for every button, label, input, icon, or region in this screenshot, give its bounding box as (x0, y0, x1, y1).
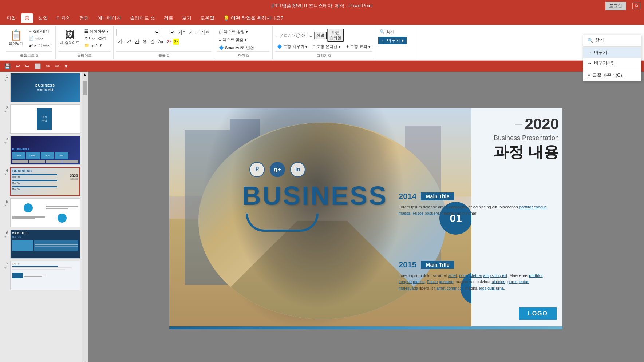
font-color-button[interactable]: 가 (165, 39, 172, 45)
shadow-button[interactable]: S (142, 39, 148, 45)
section-year-2015: 2015 (399, 260, 416, 270)
cut-button[interactable]: ✂ 잘라내기 (27, 28, 52, 35)
slide-thumb-6[interactable]: 6 ★ MAIN TITLE 정보 구성 (1, 230, 80, 259)
font-increase-button[interactable]: 가↑ (176, 29, 187, 36)
link-lectus-2[interactable]: lectus (519, 279, 529, 284)
more-button[interactable]: ▾ (63, 63, 69, 70)
menu-slideshow[interactable]: 슬라이드 쇼 (126, 13, 159, 23)
link-purus-2[interactable]: purus (507, 279, 518, 284)
format-copy-button[interactable]: 🖌 서식 복사 (27, 42, 52, 48)
link-congue-2[interactable]: congue (399, 279, 412, 284)
dropdown-replace[interactable]: ↔바꾸기 (583, 47, 641, 58)
login-button[interactable]: 로그인 (605, 2, 626, 10)
scroll-thumb[interactable] (83, 81, 87, 95)
slide-num-1: 1 (2, 73, 8, 79)
highlight-button[interactable]: 가 (173, 39, 179, 45)
new-slide-button[interactable]: 🖼 새 슬라이드 (59, 28, 81, 46)
present-button[interactable]: ⬜ (33, 63, 42, 70)
text-direction-button[interactable]: ⬚ 텍스트 방향 ▾ (217, 29, 249, 35)
undo-button[interactable]: ↩ (14, 63, 21, 70)
slide-thumb-4[interactable]: 4 ★ BUSINESS Main Title Main Title Main … (1, 167, 80, 196)
scroll-down-arrow[interactable]: ▼ (82, 360, 87, 362)
paste-button[interactable]: 📋 붙여넣기 (6, 28, 26, 47)
bold-button[interactable]: 가 (116, 38, 124, 45)
shape-fill-button[interactable]: 🔷 도형 채우기 ▾ (276, 44, 309, 50)
save-quick-button[interactable]: 💾 (3, 63, 12, 70)
dropdown-replace-r[interactable]: ↔바꾸기(R)... (583, 58, 641, 68)
title-bar: [PPT템플릿59] 비즈니스테마_제작 - PowerPoint 로그인 ⧉ (0, 0, 644, 12)
font-size-select[interactable] (161, 29, 175, 36)
menu-insert[interactable]: 삽입 (35, 13, 51, 23)
slide-thumb-7[interactable]: 7 ★ 표지 구성 (1, 261, 80, 290)
shape-effect-button[interactable]: ✦ 도형 효과 ▾ (344, 44, 372, 50)
shape-outline-button[interactable]: □ 도형 윤곽선 ▾ (311, 44, 342, 50)
slide-canvas[interactable]: 𝖯 g+ in BUSINESS 01 02 03 (169, 108, 562, 329)
find-button[interactable]: 🔍 찾기 (378, 29, 395, 35)
redo-button[interactable]: ↪ (24, 63, 31, 70)
draw-tool-1[interactable]: ✏ (44, 63, 52, 70)
link-malesuada-2[interactable]: malesuada (399, 286, 418, 290)
link-congue-1[interactable]: congue (534, 205, 547, 209)
strikethrough-button[interactable]: 간 (149, 38, 156, 45)
linkedin-icon[interactable]: in (290, 162, 305, 177)
googleplus-icon[interactable]: g+ (270, 162, 285, 177)
replace-button[interactable]: ↔ 바꾸기 ▾ (378, 37, 407, 44)
link-amet2-2[interactable]: amet commodo (436, 286, 464, 290)
link-amet-2[interactable]: amet (448, 273, 457, 278)
font-decrease-button[interactable]: 가↓ (187, 29, 198, 36)
reset-button[interactable]: ↺ 다시 설정 (83, 35, 110, 41)
menu-transition[interactable]: 전환 (76, 13, 92, 23)
font-label: 글꼴 ⧉ (116, 51, 211, 58)
menu-home[interactable]: 홈 (21, 13, 33, 23)
italic-button[interactable]: 가 (125, 38, 133, 45)
link-posuere-2[interactable]: posuere (439, 279, 454, 284)
font-clear-button[interactable]: 가✕ (199, 29, 211, 36)
link-porttitor-1[interactable]: porttitor (519, 205, 533, 209)
dropdown-find[interactable]: 🔍찾기 (583, 35, 641, 45)
scroll-up-arrow[interactable]: ▲ (82, 72, 87, 77)
section-badge-2014: Main Title (421, 192, 454, 200)
link-adipiscing-2[interactable]: adipiscing elit (483, 273, 507, 278)
copy-button[interactable]: 📄 복사 (27, 35, 52, 41)
social-icons-group: 𝖯 g+ in (249, 162, 305, 177)
menu-file[interactable]: 파일 (3, 13, 20, 23)
menu-animation[interactable]: 애니메이션 (94, 13, 125, 23)
menu-view[interactable]: 보기 (178, 13, 195, 23)
slide-thumb-1[interactable]: 1 ★ BUSINESS 비즈니스 테마 (1, 73, 80, 102)
section-year-2014: 2014 (399, 192, 416, 201)
char-spacing-button[interactable]: Aa (157, 39, 165, 44)
restore-button[interactable]: ⧉ (632, 3, 640, 9)
link-consectetuer-2[interactable]: consectetuer (459, 273, 482, 278)
slide-thumb-3[interactable]: 3 ★ BUSINESS 2017 2018 2019 2020 (1, 136, 80, 165)
link-fusce-2[interactable]: Fusce (427, 279, 438, 284)
link-fusce-1[interactable]: Fusce posuere (413, 211, 439, 215)
layout-button[interactable]: ☰ 레이아웃 ▾ (83, 28, 110, 35)
drawing-group: — ╱ □ △ ▷ ◯ ⬡ ⟨ ... 정렬 빠른스타일 🔷 도형 채우기 ▾ … (273, 26, 375, 59)
text-align-button[interactable]: ≡ 텍스트 맞춤 ▾ (217, 37, 248, 43)
font-name-select[interactable] (116, 29, 160, 36)
dropdown-font-replace[interactable]: A글꼴 바꾸기(O)... (583, 70, 641, 81)
smartart-button[interactable]: 🔷 SmartArt로 변환 (217, 45, 256, 51)
logo-button[interactable]: LOGO (519, 307, 557, 320)
quick-style-button[interactable]: 빠른스타일 (327, 29, 344, 42)
pinterest-icon[interactable]: 𝖯 (249, 162, 265, 177)
underline-button[interactable]: 가 (133, 38, 141, 45)
link-ultricies-2[interactable]: ultricies (492, 279, 505, 284)
menu-review[interactable]: 검토 (160, 13, 177, 23)
link-eros-2[interactable]: eros quis urna (479, 286, 504, 290)
slide-img-4: BUSINESS Main Title Main Title Main Titl… (10, 167, 80, 196)
link-massa-2[interactable]: massa (413, 279, 424, 284)
draw-tool-2[interactable]: ✏ (54, 63, 61, 70)
arrange-button[interactable]: 정렬 (314, 32, 327, 39)
menu-design[interactable]: 디자인 (53, 13, 74, 23)
slide-group: 🖼 새 슬라이드 ☰ 레이아웃 ▾ ↺ 다시 설정 📁 구역 ▾ 슬라이드 (56, 26, 114, 59)
slide-thumb-2[interactable]: 2 ★ 표지구성 (1, 104, 80, 134)
link-porttitor-2[interactable]: porttitor (529, 273, 542, 278)
link-massa-1[interactable]: massa (399, 211, 410, 215)
slide-thumb-5[interactable]: 5 ★ (1, 198, 80, 227)
menu-bar: 파일 홈 삽입 디자인 전환 애니메이션 슬라이드 쇼 검토 보기 도움말 💡 … (0, 12, 644, 25)
menu-search[interactable]: 💡 어떤 작업을 원하시나요? (220, 13, 287, 23)
menu-help[interactable]: 도움말 (197, 13, 218, 23)
section-button[interactable]: 📁 구역 ▾ (83, 42, 110, 48)
slide-scrollbar[interactable]: ▲ ▼ (82, 72, 88, 362)
